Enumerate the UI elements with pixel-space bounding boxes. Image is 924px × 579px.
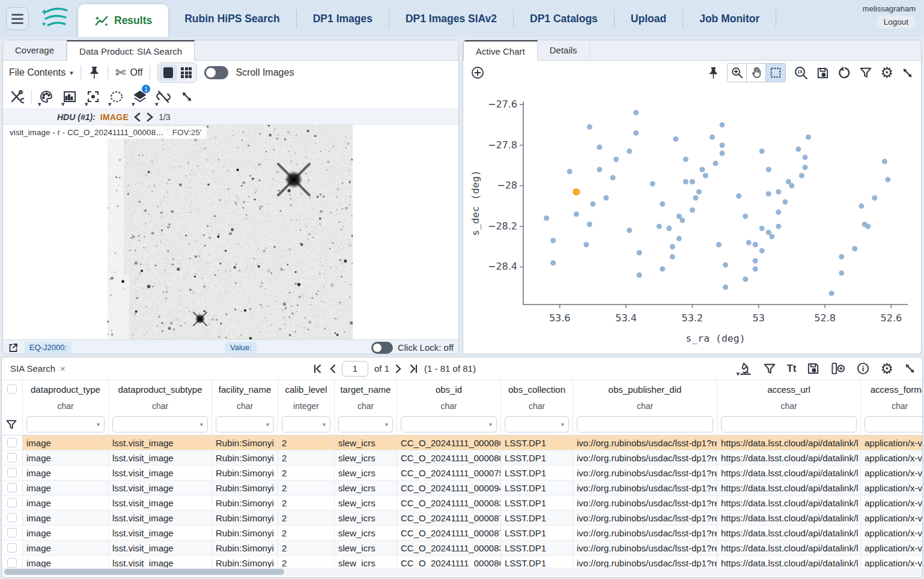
data-point[interactable] [713, 161, 719, 166]
pan-mode-icon[interactable] [747, 64, 766, 82]
table-row[interactable]: imagelsst.visit_imageRubin:Simonyi2slew_… [2, 541, 922, 556]
filter-chart-icon[interactable] [859, 66, 872, 79]
table-row[interactable]: imagelsst.visit_imageRubin:Simonyi2slew_… [2, 526, 922, 541]
table-row[interactable]: imagelsst.visit_imageRubin:Simonyi2slew_… [2, 511, 922, 526]
data-point[interactable] [795, 147, 801, 152]
table-row[interactable]: imagelsst.visit_imageRubin:Simonyi2slew_… [2, 496, 922, 511]
row-checkbox[interactable] [7, 468, 17, 477]
add-column-icon[interactable] [830, 362, 846, 375]
column-header-dataproduct_type[interactable]: dataproduct_type [31, 384, 100, 395]
add-chart-icon[interactable] [470, 65, 485, 80]
expand-external-icon[interactable] [8, 342, 19, 353]
row-checkbox[interactable] [7, 498, 17, 508]
expand-image-icon[interactable] [178, 87, 196, 106]
tab-details[interactable]: Details [538, 40, 590, 60]
data-point[interactable] [743, 276, 748, 282]
filter-input-obs_publisher_did[interactable] [577, 416, 713, 432]
data-point[interactable] [633, 110, 639, 115]
row-checkbox[interactable] [7, 513, 17, 523]
data-point[interactable] [693, 195, 698, 201]
center-image-icon[interactable]: ▾ [84, 87, 102, 106]
next-page-icon[interactable] [395, 364, 403, 374]
data-point[interactable] [683, 179, 688, 184]
data-point[interactable] [696, 189, 702, 195]
data-point[interactable] [753, 258, 758, 264]
filter-select-facility_name[interactable]: ▾ [216, 416, 274, 432]
data-point[interactable] [859, 204, 864, 209]
data-point[interactable] [690, 179, 695, 184]
data-point[interactable] [743, 214, 748, 219]
data-point[interactable] [852, 246, 857, 252]
data-point[interactable] [550, 238, 556, 243]
previous-hdu-icon[interactable] [133, 112, 141, 122]
next-hdu-icon[interactable] [146, 112, 154, 122]
data-point[interactable] [759, 248, 765, 253]
data-point[interactable] [759, 226, 765, 231]
nav-tab-dp1-catalogs[interactable]: DP1 Catalogs [514, 0, 614, 37]
filter-select-obs_id[interactable]: ▾ [401, 416, 497, 432]
nav-tab-dp1-images[interactable]: DP1 Images [297, 0, 389, 37]
data-point[interactable] [657, 223, 662, 229]
nav-tab-upload[interactable]: Upload [615, 0, 682, 37]
column-header-access_format[interactable]: access_format [871, 384, 922, 395]
filter-select-obs_collection[interactable]: ▾ [505, 416, 569, 432]
wcs-unlock-icon[interactable]: ▾ [154, 87, 172, 106]
pin-chart-icon[interactable] [708, 67, 719, 79]
zoom-original-icon[interactable]: 1X [794, 65, 808, 80]
first-page-icon[interactable] [313, 364, 323, 374]
last-page-icon[interactable] [409, 364, 418, 374]
save-chart-icon[interactable] [816, 66, 830, 80]
data-point[interactable] [776, 189, 781, 195]
select-all-checkbox[interactable] [7, 384, 17, 394]
nav-tab-results[interactable]: Results [78, 4, 168, 37]
data-point[interactable] [660, 266, 665, 271]
expand-table-icon[interactable] [904, 362, 916, 375]
data-point[interactable] [567, 169, 573, 174]
data-point[interactable] [839, 254, 844, 259]
row-checkbox[interactable] [7, 483, 17, 493]
data-point[interactable] [716, 242, 722, 247]
data-point[interactable] [769, 234, 774, 239]
data-point[interactable] [710, 135, 715, 140]
row-checkbox[interactable] [7, 438, 17, 447]
select-region-icon[interactable]: ▾ [108, 87, 126, 106]
pin-image-icon[interactable] [88, 66, 100, 79]
data-point[interactable] [670, 254, 675, 259]
stretch-histogram-icon[interactable]: ▾ [61, 87, 79, 106]
data-point[interactable] [753, 242, 758, 247]
data-point[interactable] [574, 211, 579, 217]
layers-icon[interactable]: 1 ▾ [131, 87, 149, 106]
data-point[interactable] [583, 242, 589, 247]
table-settings-gear-icon[interactable]: ⚙ [880, 362, 893, 375]
data-point[interactable] [723, 285, 728, 290]
data-point[interactable] [766, 167, 771, 172]
fits-image-viewport[interactable]: visit_image - r - CC_O_20241111_00008… F… [3, 125, 458, 339]
data-point[interactable] [776, 210, 781, 215]
data-point[interactable] [829, 291, 834, 296]
data-point[interactable] [666, 226, 672, 231]
filter-select-target_name[interactable]: ▾ [338, 416, 393, 432]
data-point[interactable] [633, 130, 639, 136]
data-point[interactable] [637, 273, 642, 278]
table-info-icon[interactable]: i [856, 362, 870, 375]
zoom-mode-icon[interactable] [728, 64, 747, 82]
data-point[interactable] [627, 228, 632, 233]
row-checkbox[interactable] [7, 528, 17, 538]
data-point[interactable] [723, 262, 728, 268]
file-contents-dropdown[interactable]: File Contents ▾ [9, 67, 73, 78]
data-point[interactable] [676, 236, 682, 241]
data-point[interactable] [803, 154, 808, 160]
row-checkbox[interactable] [7, 453, 17, 462]
single-image-view-button[interactable] [159, 64, 177, 81]
row-checkbox[interactable] [7, 543, 17, 553]
data-point[interactable] [587, 124, 592, 130]
data-point[interactable] [736, 193, 741, 199]
column-header-obs_publisher_did[interactable]: obs_publisher_did [609, 384, 682, 395]
data-point[interactable] [766, 191, 771, 196]
data-point[interactable] [590, 201, 595, 207]
data-point[interactable] [550, 260, 556, 265]
column-header-facility_name[interactable]: facility_name [219, 384, 272, 395]
data-point[interactable] [637, 250, 642, 255]
column-header-calib_level[interactable]: calib_level [285, 384, 327, 395]
data-point[interactable] [839, 270, 844, 276]
